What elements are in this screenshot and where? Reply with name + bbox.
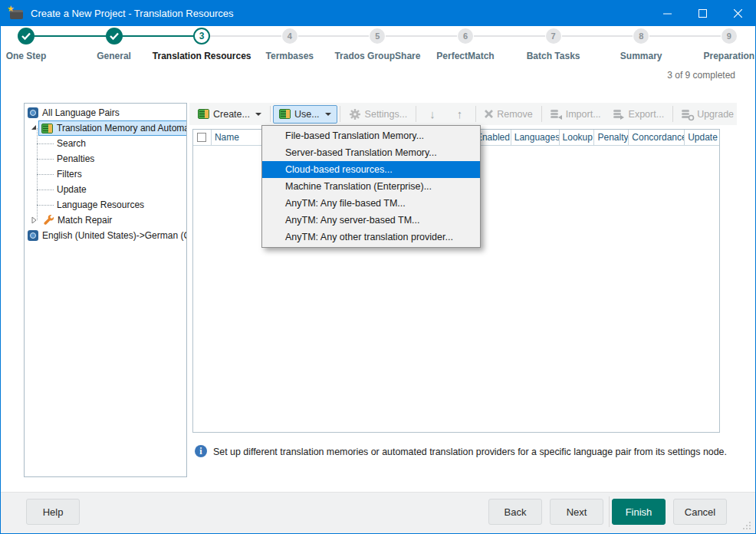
tree-item-language-resources[interactable]: Language Resources [57, 197, 144, 213]
column-header-languages[interactable]: Languages [511, 130, 560, 146]
cancel-button[interactable]: Cancel [673, 499, 727, 525]
tree-item-update[interactable]: Update [57, 182, 87, 197]
tree-connector [37, 143, 54, 144]
step-preparation[interactable]: 9 Preparation [675, 26, 756, 61]
resources-toolbar: Create... Use... Settings... ↓ ↑ [189, 103, 737, 125]
toolbar-separator [541, 106, 542, 122]
tree-item-filters[interactable]: Filters [57, 166, 82, 182]
column-header-update[interactable]: Update [685, 130, 719, 146]
column-header-lookup[interactable]: Lookup [560, 130, 595, 146]
tree-item-penalties[interactable]: Penalties [57, 151, 94, 166]
create-project-dialog: ★ Create a New Project - Translation Res… [0, 0, 756, 534]
step-number: 5 [370, 28, 385, 44]
translation-memory-icon [41, 124, 53, 134]
remove-x-icon [485, 110, 493, 118]
help-button[interactable]: Help [26, 499, 80, 525]
tree-item-search[interactable]: Search [57, 136, 86, 151]
gear-icon [349, 108, 361, 120]
import-button[interactable]: Import... [544, 105, 607, 124]
menu-item-anytm-other-provider[interactable]: AnyTM: Any other translation provider... [262, 229, 480, 246]
window-title: Create a New Project - Translation Resou… [31, 8, 233, 19]
language-pair-icon [28, 107, 38, 118]
language-pair-icon [28, 230, 38, 241]
translation-memory-icon [279, 109, 291, 119]
toolbar-separator [672, 106, 673, 122]
tree-item-match-repair[interactable]: Match Repair [43, 213, 112, 228]
footer-separator [609, 496, 610, 527]
tree-item-translation-memory[interactable]: Translation Memory and Automa [38, 120, 187, 136]
menu-item-machine-translation[interactable]: Machine Translation (Enterprise)... [262, 178, 480, 195]
move-up-button[interactable]: ↑ [446, 104, 474, 124]
arrow-up-icon: ↑ [452, 107, 468, 120]
resize-grip[interactable] [741, 519, 751, 530]
menu-item-file-based-tm[interactable]: File-based Translation Memory... [262, 127, 480, 144]
column-header-penalty[interactable]: Penalty [594, 130, 629, 146]
progress-text: 3 of 9 completed [667, 70, 735, 81]
tree-connector [37, 159, 54, 160]
info-message: Set up different translation memories or… [213, 447, 742, 457]
minimize-button[interactable] [649, 1, 685, 26]
tree-connector [37, 190, 54, 190]
title-bar: ★ Create a New Project - Translation Res… [1, 1, 755, 26]
menu-item-cloud-based-resources[interactable]: Cloud-based resources... [262, 161, 480, 178]
menu-item-anytm-file-based[interactable]: AnyTM: Any file-based TM... [262, 195, 480, 212]
menu-item-anytm-server-based[interactable]: AnyTM: Any server-based TM... [262, 212, 480, 229]
translation-memory-icon [198, 109, 209, 119]
info-icon: i [195, 445, 207, 457]
collapsed-arrow-icon[interactable] [31, 216, 38, 223]
close-button[interactable] [720, 1, 755, 26]
wrench-icon [43, 215, 54, 226]
step-number: 6 [458, 28, 473, 44]
step-number: 4 [282, 28, 297, 44]
tree-connector [37, 205, 54, 206]
checkbox-icon[interactable] [197, 133, 206, 142]
check-icon [106, 28, 123, 44]
toolbar-separator [475, 106, 476, 122]
footer-bar: Help Back Next Finish Cancel [1, 492, 755, 533]
export-icon [613, 109, 625, 120]
step-number: 3 [193, 28, 210, 44]
use-button[interactable]: Use... [273, 105, 337, 124]
step-number: 9 [721, 28, 737, 44]
create-button[interactable]: Create... [192, 105, 268, 124]
export-button[interactable]: Export... [607, 105, 671, 124]
next-button[interactable]: Next [550, 499, 603, 525]
tree-item-english-german[interactable]: English (United States)->German (Ge [28, 228, 187, 243]
menu-item-server-based-tm[interactable]: Server-based Translation Memory... [262, 144, 480, 161]
settings-button[interactable]: Settings... [343, 104, 414, 124]
step-number: 8 [633, 28, 649, 44]
wizard-stepper: One Step General 3 Translation Resources… [1, 26, 756, 86]
use-dropdown-menu: File-based Translation Memory... Server-… [261, 125, 481, 248]
toolbar-separator [270, 106, 271, 122]
check-icon [18, 28, 35, 44]
select-all-checkbox-cell[interactable] [193, 130, 212, 146]
tree-connector [37, 174, 54, 175]
step-number: 7 [546, 28, 561, 44]
column-header-concordance[interactable]: Concordance [629, 130, 685, 146]
toolbar-separator [416, 106, 416, 122]
app-icon: ★ [8, 8, 24, 19]
maximize-button[interactable] [685, 1, 720, 26]
remove-button[interactable]: Remove [478, 105, 539, 124]
dropdown-caret-icon [325, 113, 331, 116]
dropdown-caret-icon [255, 113, 261, 116]
toolbar-separator [340, 106, 340, 122]
finish-button[interactable]: Finish [612, 499, 666, 525]
upgrade-icon [682, 109, 693, 120]
tree-item-all-language-pairs[interactable]: All Language Pairs [28, 105, 120, 120]
back-button[interactable]: Back [488, 499, 542, 525]
language-pairs-tree: All Language Pairs Translation Memory an… [24, 103, 187, 477]
import-icon [551, 109, 562, 120]
move-down-button[interactable]: ↓ [419, 104, 446, 124]
upgrade-button[interactable]: Upgrade [675, 105, 740, 124]
arrow-down-icon: ↓ [425, 107, 440, 120]
